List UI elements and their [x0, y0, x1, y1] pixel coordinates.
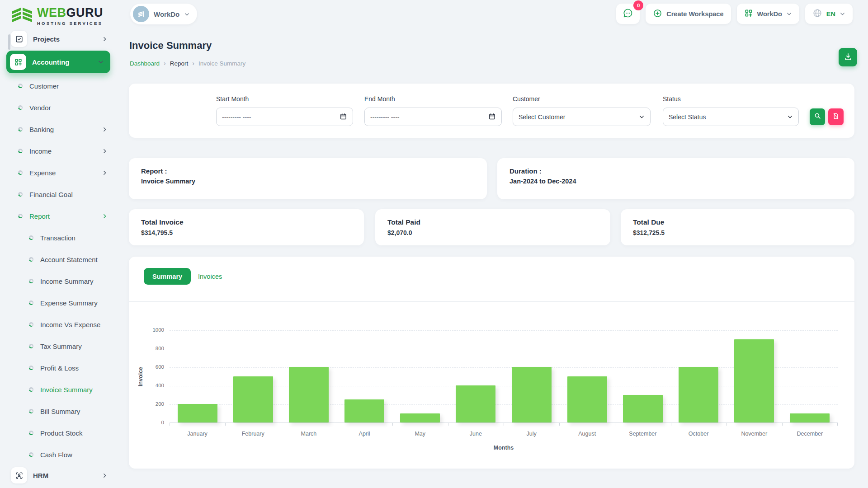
x-axis-tick-label: December	[782, 431, 838, 437]
breadcrumb-separator-icon: ›	[192, 60, 194, 67]
start-month-input[interactable]: --------- ----	[216, 108, 353, 126]
x-axis-tick-label: February	[225, 431, 281, 437]
x-axis-tick-label: April	[337, 431, 392, 437]
brand-logo: WEBGURU HOSTING SERVICES	[12, 5, 103, 26]
donut-bullet-icon	[29, 387, 33, 392]
breadcrumb-separator-icon: ›	[164, 60, 166, 67]
donut-bullet-icon	[29, 452, 33, 457]
sidebar-item-cash-flow[interactable]: Cash Flow	[0, 444, 117, 465]
chevron-right-icon	[102, 473, 108, 479]
sidebar-item-expense[interactable]: Expense	[0, 162, 117, 183]
sidebar-item-income[interactable]: Income	[0, 140, 117, 162]
x-axis-tick-label: November	[726, 431, 782, 437]
sidebar-item-invoice-summary[interactable]: Invoice Summary	[0, 379, 117, 400]
chevron-down-icon	[639, 114, 645, 120]
messages-button[interactable]: 0	[616, 4, 640, 24]
breadcrumb-report[interactable]: Report	[170, 60, 189, 67]
axis-tick	[225, 423, 226, 426]
bar-november	[734, 339, 774, 423]
duration-label: Duration :	[509, 167, 542, 175]
building-icon	[133, 6, 149, 22]
topbar-actions: 0 Create Workspace WorkDo EN	[616, 4, 853, 24]
chat-bubble-icon	[623, 8, 633, 20]
sidebar-item-transaction[interactable]: Transaction	[0, 227, 117, 249]
bar-october	[679, 367, 718, 422]
apply-filter-button[interactable]	[810, 108, 825, 125]
x-axis-tick-label: July	[504, 431, 559, 437]
bar-january	[178, 404, 217, 422]
sidebar-item-bill-summary[interactable]: Bill Summary	[0, 400, 117, 422]
sidebar-item-income-vs-expense[interactable]: Income Vs Expense	[0, 314, 117, 335]
tab-summary[interactable]: Summary	[144, 268, 191, 285]
axis-tick	[559, 423, 560, 426]
donut-bullet-icon	[29, 235, 33, 240]
duration-info-card: Duration : Jan-2024 to Dec-2024	[497, 158, 854, 199]
tab-invoices[interactable]: Invoices	[192, 268, 228, 285]
brand-web: WEB	[37, 6, 66, 19]
sidebar-item-banking[interactable]: Banking	[0, 118, 117, 140]
donut-bullet-icon	[29, 279, 33, 283]
create-workspace-button[interactable]: Create Workspace	[646, 4, 731, 24]
donut-bullet-icon	[18, 214, 23, 218]
sidebar-item-hrm[interactable]: HRM	[0, 465, 117, 485]
chevron-right-icon	[102, 36, 108, 42]
sidebar-item-vendor[interactable]: Vendor	[0, 97, 117, 118]
sidebar-item-product-stock[interactable]: Product Stock	[0, 422, 117, 444]
axis-tick	[281, 423, 281, 426]
app-switcher-button[interactable]: WorkDo	[737, 4, 799, 24]
sidebar-item-report[interactable]: Report	[0, 205, 117, 227]
sidebar-item-customer[interactable]: Customer	[0, 75, 117, 97]
donut-bullet-icon	[29, 322, 33, 327]
chevron-right-icon	[102, 127, 108, 132]
status-label: Status	[663, 95, 681, 103]
grid-plus-icon	[10, 54, 26, 70]
y-axis-tick-label: 400	[142, 383, 164, 388]
donut-bullet-icon	[18, 84, 23, 88]
total-invoice-value: $314,795.5	[141, 229, 173, 236]
y-axis-tick-label: 1000	[142, 327, 164, 333]
chevron-down-icon	[98, 59, 104, 65]
customer-label: Customer	[513, 95, 540, 103]
end-month-input[interactable]: --------- ----	[364, 108, 502, 126]
axis-tick	[782, 423, 783, 426]
bar-may	[400, 413, 440, 423]
filter-panel: Start Month --------- ---- End Month ---…	[129, 84, 854, 138]
bar-august	[567, 376, 607, 423]
customer-select[interactable]: Select Customer	[513, 108, 651, 126]
chevron-down-icon	[184, 11, 190, 17]
reset-filter-button[interactable]	[828, 108, 844, 125]
sidebar-item-expense-summary[interactable]: Expense Summary	[0, 292, 117, 314]
page-title: Invoice Summary	[129, 40, 212, 52]
sidebar-item-projects[interactable]: Projects	[0, 29, 117, 49]
total-due-card: Total Due $312,725.5	[621, 209, 854, 245]
x-axis-tick-label: January	[170, 431, 225, 437]
y-axis-tick-label: 600	[142, 364, 164, 370]
sidebar-item-income-summary[interactable]: Income Summary	[0, 270, 117, 292]
x-axis-tick-label: May	[392, 431, 448, 437]
y-axis-tick-label: 800	[142, 346, 164, 351]
end-month-placeholder: --------- ----	[370, 113, 488, 121]
donut-bullet-icon	[18, 127, 23, 131]
sidebar-item-account-statement[interactable]: Account Statement	[0, 249, 117, 270]
grid-plus-icon	[744, 9, 753, 19]
search-icon	[814, 112, 821, 122]
sidebar-item-profit-loss[interactable]: Profit & Loss	[0, 357, 117, 379]
workspace-switcher[interactable]: WorkDo	[130, 4, 197, 24]
download-button[interactable]	[839, 48, 857, 66]
total-paid-label: Total Paid	[387, 218, 420, 226]
breadcrumb-dashboard[interactable]: Dashboard	[130, 60, 160, 67]
sidebar-item-financial-goal[interactable]: Financial Goal	[0, 183, 117, 205]
bar-chart: Invoice Months 02004006008001000JanuaryF…	[129, 330, 854, 461]
language-selector[interactable]: EN	[805, 4, 853, 24]
end-month-label: End Month	[364, 95, 395, 103]
chart-y-axis-title: Invoice	[136, 330, 145, 423]
invoice-summary-card: Summary Invoices Invoice Months 02004006…	[129, 257, 854, 469]
x-axis-tick-label: October	[671, 431, 726, 437]
axis-tick	[504, 423, 504, 426]
donut-bullet-icon	[29, 409, 33, 413]
status-select[interactable]: Select Status	[663, 108, 799, 126]
workspace-name: WorkDo	[154, 10, 179, 18]
start-month-placeholder: --------- ----	[222, 113, 340, 121]
sidebar-item-tax-summary[interactable]: Tax Summary	[0, 335, 117, 357]
sidebar-item-accounting[interactable]: Accounting	[0, 49, 117, 75]
